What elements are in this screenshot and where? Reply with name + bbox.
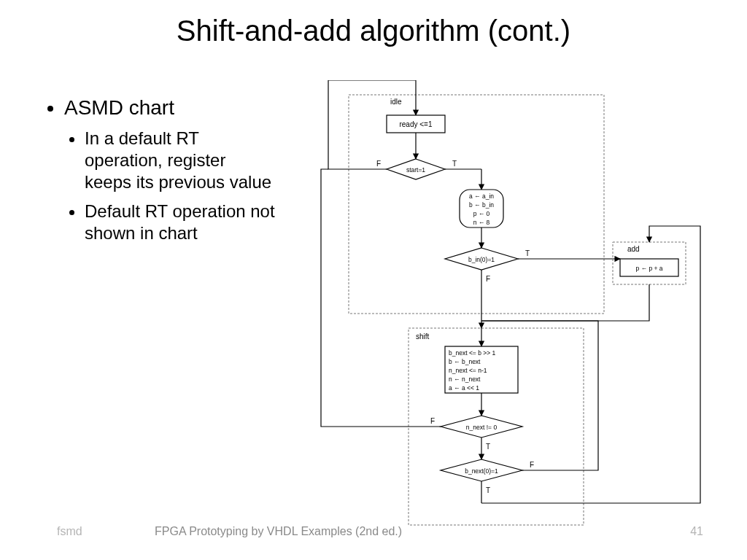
footer-page: 41 [690, 525, 703, 538]
bin0-dec: b_in(0)=1 [468, 256, 495, 263]
T4: T [486, 486, 490, 494]
F3: F [430, 417, 435, 425]
ready-box: ready <=1 [399, 120, 432, 128]
T3: T [486, 443, 490, 451]
bullet-list: ASMD chart In a default RT operation, re… [42, 95, 276, 252]
F2: F [486, 275, 490, 283]
bullet-main: ASMD chart [64, 95, 276, 120]
svg-text:b_next <= b >> 1: b_next <= b >> 1 [449, 349, 496, 357]
svg-text:a ← a_in: a ← a_in [469, 192, 494, 200]
svg-text:b ← b_next: b ← b_next [449, 358, 481, 365]
asmd-flowchart: idle ready <=1 start=1 F T a ← a_in b ← … [306, 80, 715, 532]
svg-text:p ← 0: p ← 0 [473, 210, 490, 217]
svg-text:b ← b_in: b ← b_in [469, 201, 494, 209]
add-label: add [627, 245, 640, 253]
footer-mid: FPGA Prototyping by VHDL Examples (2nd e… [155, 525, 402, 538]
start-dec: start=1 [406, 166, 425, 174]
F1: F [376, 160, 381, 168]
F4: F [530, 461, 534, 469]
idle-label: idle [390, 98, 402, 106]
bnext0-dec: b_next(0)=1 [465, 467, 498, 475]
svg-text:n ← 8: n ← 8 [473, 219, 490, 226]
bullet-sub2: Default RT operation not shown in chart [85, 201, 276, 244]
page-title: Shift-and-add algorithm (cont.) [0, 0, 747, 47]
svg-text:n ← n_next: n ← n_next [449, 376, 481, 383]
svg-text:a ← a << 1: a ← a << 1 [449, 384, 479, 392]
add-box: p ← p + a [635, 265, 662, 272]
svg-text:n_next <= n-1: n_next <= n-1 [449, 367, 487, 374]
shift-label: shift [416, 332, 430, 341]
T2: T [525, 249, 530, 257]
nnext-dec: n_next != 0 [466, 424, 498, 431]
T1: T [452, 160, 457, 168]
footer-left: fsmd [57, 525, 82, 538]
bullet-sub1: In a default RT operation, register keep… [85, 128, 276, 193]
